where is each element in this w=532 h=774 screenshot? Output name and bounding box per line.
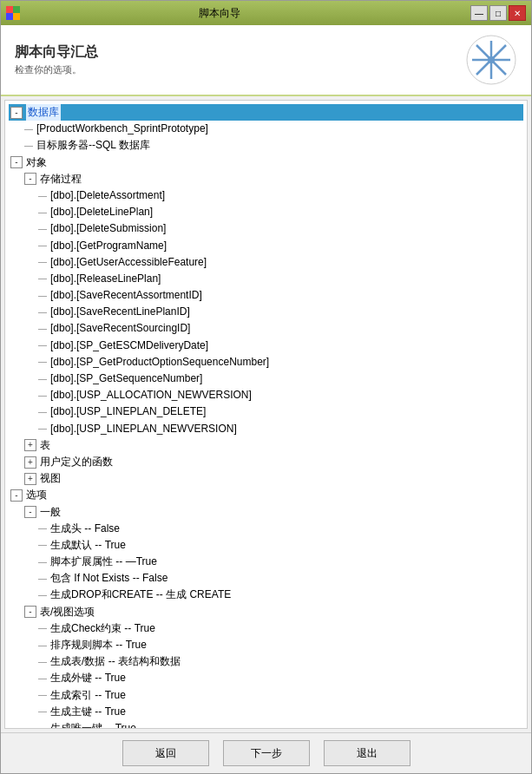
header-section: 脚本向导汇总 检查你的选项。 xyxy=(1,25,531,96)
connector: — xyxy=(38,655,49,669)
connector: — xyxy=(38,322,49,336)
opt-label: 生成默认 -- True xyxy=(50,537,126,554)
sp-label: [dbo].[GetProgramName] xyxy=(50,238,167,254)
list-item[interactable]: —[dbo].[SaveRecentAssortmentID] xyxy=(36,287,523,304)
minimize-button[interactable]: — xyxy=(470,5,488,21)
views-expander[interactable]: + xyxy=(24,473,36,485)
options-expander[interactable]: - xyxy=(10,489,23,502)
general-children: —生成头 -- False —生成默认 -- True —脚本扩展属性 -- —… xyxy=(36,521,523,604)
objects-row[interactable]: - 对象 xyxy=(9,154,523,171)
target-label: 目标服务器--SQL 数据库 xyxy=(36,137,150,154)
list-item[interactable]: —[dbo].[ReleaseLinePlan] xyxy=(36,271,523,287)
title-bar-left xyxy=(6,6,20,20)
list-item[interactable]: —生成头 -- False xyxy=(36,521,523,537)
connector: — xyxy=(38,722,49,729)
connector: — xyxy=(38,672,49,685)
list-item[interactable]: —[dbo].[SP_GetESCMDeliveryDate] xyxy=(36,338,523,354)
target-row[interactable]: — 目标服务器--SQL 数据库 xyxy=(23,137,523,154)
list-item[interactable]: —[dbo].[USP_ALLOCATION_NEWVERSION] xyxy=(36,387,523,403)
options-node: - 选项 - 一般 —生成头 -- False —生成默认 -- True —脚… xyxy=(9,487,523,729)
sp-children: —[dbo].[DeleteAssortment] —[dbo].[Delete… xyxy=(36,187,523,437)
list-item[interactable]: —生成默认 -- True xyxy=(36,537,523,554)
opt-label: 包含 If Not Exists -- False xyxy=(50,570,167,587)
udf-row[interactable]: + 用户定义的函数 xyxy=(23,454,523,470)
tree-content[interactable]: - 数据库 — [ProductWorkbench_SprintPrototyp… xyxy=(4,100,528,729)
objects-node: - 对象 - 存储过程 —[dbo].[DeleteAssortment] —[… xyxy=(9,154,523,488)
list-item[interactable]: —生成Check约束 -- True xyxy=(36,620,523,637)
sp-expander[interactable]: - xyxy=(24,173,36,185)
list-item[interactable]: —生成主键 -- True xyxy=(36,704,523,720)
options-row[interactable]: - 选项 xyxy=(9,487,523,503)
maximize-button[interactable]: □ xyxy=(489,5,507,21)
table-view-row[interactable]: - 表/视图选项 xyxy=(23,604,523,620)
list-item[interactable]: —生成表/数据 -- 表结构和数据 xyxy=(36,653,523,670)
options-children: - 一般 —生成头 -- False —生成默认 -- True —脚本扩展属性… xyxy=(23,504,523,730)
stored-procs-node: - 存储过程 —[dbo].[DeleteAssortment] —[dbo].… xyxy=(23,171,523,437)
db-row[interactable]: - 数据库 xyxy=(9,104,523,121)
app-icon xyxy=(6,6,20,20)
close-button[interactable]: ✕ xyxy=(509,5,526,21)
list-item[interactable]: —[dbo].[USP_LINEPLAN_DELETE] xyxy=(36,403,523,420)
tables-expander[interactable]: + xyxy=(24,439,36,451)
sp-label: [dbo].[SP_GetProductOptionSequenceNumber… xyxy=(50,354,269,371)
header-text: 脚本向导汇总 检查你的选项。 xyxy=(15,43,98,76)
list-item[interactable]: —包含 If Not Exists -- False xyxy=(36,570,523,587)
sp-label: [dbo].[SaveRecentLinePlanID] xyxy=(50,304,190,320)
general-row[interactable]: - 一般 xyxy=(23,504,523,521)
tables-row[interactable]: + 表 xyxy=(23,437,523,454)
list-item[interactable]: —排序规则脚本 -- True xyxy=(36,637,523,653)
general-label: 一般 xyxy=(40,504,61,521)
list-item[interactable]: —[dbo].[DeleteAssortment] xyxy=(36,187,523,204)
list-item[interactable]: —脚本扩展属性 -- —True xyxy=(36,554,523,570)
list-item[interactable]: —生成外键 -- True xyxy=(36,670,523,686)
db-label: 数据库 xyxy=(26,104,61,121)
sp-label: [dbo].[DeleteLinePlan] xyxy=(50,204,153,220)
list-item[interactable]: —[dbo].[SP_GetSequenceNumber] xyxy=(36,371,523,387)
next-button[interactable]: 下一步 xyxy=(223,740,310,766)
list-item[interactable]: —生成DROP和CREATE -- 生成 CREATE xyxy=(36,587,523,603)
connector: — xyxy=(38,255,49,269)
list-item[interactable]: —[dbo].[GetUserAccessibleFeature] xyxy=(36,254,523,271)
objects-label: 对象 xyxy=(26,154,47,171)
udf-expander[interactable]: + xyxy=(24,456,36,469)
list-item[interactable]: —[dbo].[SP_GetProductOptionSequenceNumbe… xyxy=(36,354,523,371)
connector: — xyxy=(38,239,49,253)
general-expander[interactable]: - xyxy=(24,506,36,518)
list-item[interactable]: —生成索引 -- True xyxy=(36,687,523,704)
list-item[interactable]: —[dbo].[USP_LINEPLAN_NEWVERSION] xyxy=(36,421,523,437)
connector: — xyxy=(38,555,49,569)
svg-point-9 xyxy=(488,56,495,63)
main-window: 脚本向导 — □ ✕ 脚本向导汇总 检查你的选项。 xyxy=(0,0,532,774)
connector: — xyxy=(38,338,49,352)
list-item[interactable]: —[dbo].[DeleteSubmission] xyxy=(36,220,523,237)
list-item[interactable]: —[dbo].[SaveRecentLinePlanID] xyxy=(36,304,523,320)
stored-procs-row[interactable]: - 存储过程 xyxy=(23,171,523,187)
connector: — xyxy=(24,139,35,153)
tv-expander[interactable]: - xyxy=(24,606,36,618)
options-label: 选项 xyxy=(26,487,47,503)
list-item[interactable]: —[dbo].[DeleteLinePlan] xyxy=(36,204,523,220)
connector: — xyxy=(38,206,49,220)
views-label: 视图 xyxy=(40,470,61,487)
connector: — xyxy=(38,405,49,419)
list-item[interactable]: —[dbo].[GetProgramName] xyxy=(36,238,523,254)
udf-label: 用户定义的函数 xyxy=(40,454,113,470)
connector: — xyxy=(38,621,49,635)
sp-label: [dbo].[DeleteAssortment] xyxy=(50,187,165,204)
back-button[interactable]: 返回 xyxy=(122,740,209,766)
general-node: - 一般 —生成头 -- False —生成默认 -- True —脚本扩展属性… xyxy=(23,504,523,604)
connector: — xyxy=(38,305,49,319)
svg-rect-3 xyxy=(13,13,20,20)
exit-button[interactable]: 退出 xyxy=(324,740,410,766)
db-name-row[interactable]: — [ProductWorkbench_SprintPrototype] xyxy=(23,121,523,137)
sp-label: [dbo].[SP_GetSequenceNumber] xyxy=(50,371,202,387)
db-expander[interactable]: - xyxy=(10,107,23,119)
objects-expander[interactable]: - xyxy=(10,156,23,168)
list-item[interactable]: —生成唯一键 -- True xyxy=(36,720,523,729)
views-row[interactable]: + 视图 xyxy=(23,470,523,487)
connector: — xyxy=(38,355,49,369)
list-item[interactable]: —[dbo].[SaveRecentSourcingID] xyxy=(36,320,523,337)
connector: — xyxy=(38,538,49,552)
tv-opt-label: 生成Check约束 -- True xyxy=(50,620,155,637)
connector: — xyxy=(38,639,49,653)
